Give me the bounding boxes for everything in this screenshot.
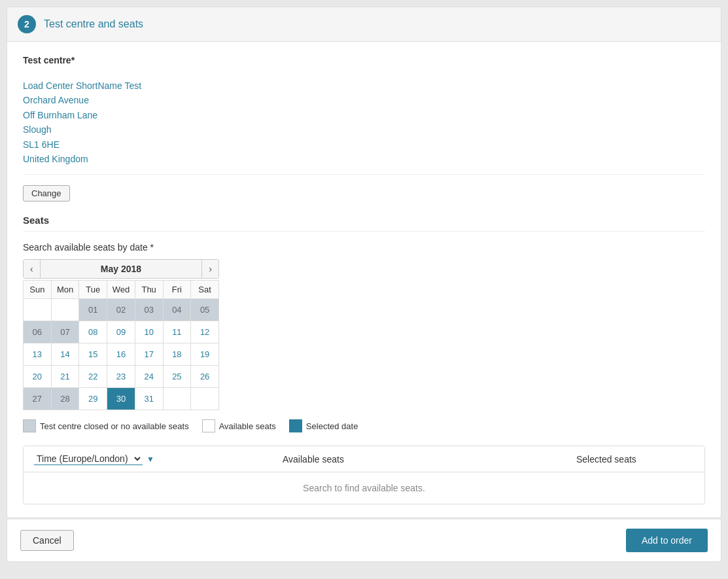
seats-heading: Seats (23, 215, 705, 232)
calendar-day[interactable]: 17 (135, 343, 163, 366)
calendar-day: 04 (163, 299, 191, 321)
calendar-row: 20212223242526 (24, 366, 219, 388)
calendar-day (24, 299, 52, 321)
legend-selected-box (289, 419, 302, 432)
address-line5: SL1 6HE (23, 137, 705, 152)
calendar-day[interactable]: 11 (163, 321, 191, 343)
calendar-day[interactable]: 29 (79, 388, 107, 410)
calendar-day[interactable]: 08 (79, 321, 107, 343)
day-header-tue: Tue (79, 281, 107, 299)
section-title: Test centre and seats (44, 18, 143, 30)
month-label: May 2018 (41, 260, 202, 278)
day-header-sat: Sat (191, 281, 219, 299)
selected-column-header: Selected seats (576, 454, 694, 465)
address-line2: Orchard Avenue (23, 93, 705, 107)
calendar-row: 2728293031 (24, 388, 219, 410)
day-header-wed: Wed (107, 281, 135, 299)
day-header-sun: Sun (24, 281, 52, 299)
calendar-day: 02 (107, 299, 135, 321)
test-centre-label: Test centre* (23, 55, 705, 65)
prev-month-button[interactable]: ‹ (24, 260, 41, 278)
time-select[interactable]: Time (Europe/London) (34, 453, 143, 465)
day-header-mon: Mon (51, 281, 79, 299)
calendar-row: 13141516171819 (24, 343, 219, 366)
calendar-day[interactable]: 20 (24, 366, 52, 388)
calendar-day (51, 299, 79, 321)
calendar-day[interactable]: 25 (163, 366, 191, 388)
calendar-day (191, 388, 219, 410)
calendar-day[interactable]: 21 (51, 366, 79, 388)
calendar-day[interactable]: 31 (135, 388, 163, 410)
calendar-row: 0102030405 (24, 299, 219, 321)
calendar-nav: ‹ May 2018 › (23, 259, 219, 279)
calendar-day: 01 (79, 299, 107, 321)
calendar-day[interactable]: 30 (107, 388, 135, 410)
calendar-day[interactable]: 13 (24, 343, 52, 366)
cancel-button[interactable]: Cancel (20, 530, 74, 551)
calendar-day[interactable]: 16 (107, 343, 135, 366)
calendar-day (163, 388, 191, 410)
section-header: 2 Test centre and seats (7, 7, 721, 42)
legend-closed-label: Test centre closed or no available seats (40, 421, 189, 431)
seats-table-header: Time (Europe/London) ▼ Available seats S… (24, 446, 704, 472)
day-header-thu: Thu (135, 281, 163, 299)
calendar-day[interactable]: 14 (51, 343, 79, 366)
address-line6: United Kingdom (23, 152, 705, 166)
footer-bar: Cancel Add to order (7, 519, 721, 562)
calendar-legend: Test centre closed or no available seats… (23, 419, 705, 432)
calendar-day[interactable]: 19 (191, 343, 219, 366)
calendar-container: ‹ May 2018 › Sun Mon Tue Wed Thu Fri Sa (23, 259, 219, 410)
calendar-day[interactable]: 22 (79, 366, 107, 388)
calendar-day: 28 (51, 388, 79, 410)
address-line1[interactable]: Load Center ShortName Test (23, 79, 705, 93)
calendar-day[interactable]: 18 (163, 343, 191, 366)
calendar-day: 05 (191, 299, 219, 321)
change-button[interactable]: Change (23, 185, 70, 202)
calendar-header-row: Sun Mon Tue Wed Thu Fri Sat (24, 281, 219, 299)
calendar-day[interactable]: 12 (191, 321, 219, 343)
add-order-button[interactable]: Add to order (626, 529, 708, 552)
address-line3: Off Burnham Lane (23, 108, 705, 122)
legend-available-label: Available seats (219, 421, 276, 431)
legend-available: Available seats (202, 419, 276, 432)
calendar-day[interactable]: 24 (135, 366, 163, 388)
calendar-day[interactable]: 10 (135, 321, 163, 343)
legend-selected-label: Selected date (306, 421, 358, 431)
available-column-header: Available seats (283, 454, 576, 465)
seats-table-section: Time (Europe/London) ▼ Available seats S… (23, 446, 705, 504)
seats-table-body: Search to find available seats. (24, 472, 704, 504)
legend-closed-box (23, 419, 36, 432)
legend-available-box (202, 419, 215, 432)
calendar-day: 03 (135, 299, 163, 321)
calendar-day[interactable]: 23 (107, 366, 135, 388)
calendar-day[interactable]: 09 (107, 321, 135, 343)
seats-section: Seats Search available seats by date * ‹… (23, 215, 705, 504)
day-header-fri: Fri (163, 281, 191, 299)
dropdown-arrow-icon: ▼ (147, 455, 154, 464)
calendar-day: 27 (24, 388, 52, 410)
legend-closed: Test centre closed or no available seats (23, 419, 189, 432)
legend-selected: Selected date (289, 419, 358, 432)
calendar-search-label: Search available seats by date * (23, 242, 705, 253)
calendar-day: 06 (24, 321, 52, 343)
calendar-row: 06070809101112 (24, 321, 219, 343)
calendar-day: 07 (51, 321, 79, 343)
address-block: Load Center ShortName Test Orchard Avenu… (23, 71, 705, 175)
calendar-day[interactable]: 26 (191, 366, 219, 388)
step-badge: 2 (18, 15, 36, 33)
calendar-day[interactable]: 15 (79, 343, 107, 366)
time-column: Time (Europe/London) ▼ (34, 453, 283, 465)
calendar-grid: Sun Mon Tue Wed Thu Fri Sat 010203040506… (23, 280, 219, 410)
main-card: Test centre* Load Center ShortName Test … (7, 42, 721, 518)
page-wrapper: 2 Test centre and seats Test centre* Loa… (0, 0, 728, 579)
address-line4: Slough (23, 122, 705, 137)
seats-empty-text: Search to find available seats. (303, 483, 425, 493)
next-month-button[interactable]: › (201, 260, 218, 278)
test-centre-section: Test centre* Load Center ShortName Test … (23, 55, 705, 202)
